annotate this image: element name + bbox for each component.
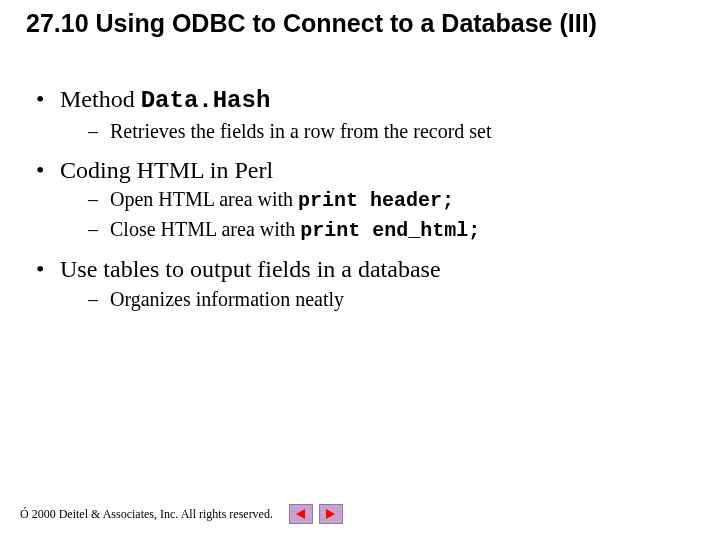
bullet-2-sub-2-code: print end_html; [300,219,480,242]
bullet-2-sub-2-pre: Close HTML area with [110,218,300,240]
bullet-1: Method Data.Hash Retrieves the fields in… [36,84,690,145]
copyright-text: Ó 2000 Deitel & Associates, Inc. All rig… [20,507,273,522]
nav-prev-button[interactable] [289,504,313,524]
chevron-left-icon [296,509,305,519]
bullet-2-subwrap: Open HTML area with print header; Close … [36,186,690,244]
bullet-2: Coding HTML in Perl [36,155,690,186]
nav-next-button[interactable] [319,504,343,524]
slide: 27.10 Using ODBC to Connect to a Databas… [0,0,720,540]
bullet-1-pre: Method [60,86,141,112]
bullet-2-sub-1: Open HTML area with print header; [88,186,690,214]
bullet-3-sub-1: Organizes information neatly [88,286,690,313]
bullet-2-sub-1-pre: Open HTML area with [110,188,298,210]
chevron-right-icon [326,509,335,519]
bullet-list: Method Data.Hash Retrieves the fields in… [36,84,690,313]
bullet-3-sublist: Organizes information neatly [36,286,690,313]
bullet-1-code: Data.Hash [141,87,271,114]
nav-buttons [289,504,343,524]
bullet-2-sublist: Open HTML area with print header; Close … [36,186,690,244]
footer: Ó 2000 Deitel & Associates, Inc. All rig… [20,504,343,524]
bullet-2-sub-2: Close HTML area with print end_html; [88,216,690,244]
bullet-2-sub-1-code: print header; [298,189,454,212]
page-title: 27.10 Using ODBC to Connect to a Databas… [26,8,700,39]
content-area: Method Data.Hash Retrieves the fields in… [36,84,690,323]
bullet-1-sub-1: Retrieves the fields in a row from the r… [88,118,690,145]
bullet-3-subwrap: Organizes information neatly [36,286,690,313]
bullet-1-sublist: Retrieves the fields in a row from the r… [60,118,690,145]
bullet-3: Use tables to output fields in a databas… [36,254,690,285]
